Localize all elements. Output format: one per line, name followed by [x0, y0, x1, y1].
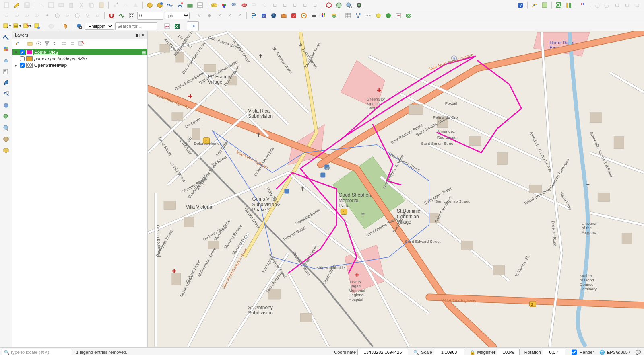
new-mesh-icon[interactable]: [47, 1, 56, 10]
digitize-tool-2-icon[interactable]: ▱: [12, 11, 21, 20]
dataplotly-icon[interactable]: [163, 22, 171, 31]
plugin-2-icon[interactable]: [540, 1, 549, 10]
add-vector-layer-icon[interactable]: [1, 33, 11, 43]
topo-1-icon[interactable]: ⋎: [195, 11, 204, 20]
snap-unit-select[interactable]: px: [165, 12, 190, 19]
new-geopackage-2-icon[interactable]: +: [1, 134, 11, 144]
analysis-icon[interactable]: [374, 11, 383, 20]
layer-osm-checkbox[interactable]: [20, 63, 25, 68]
add-group-icon[interactable]: +: [27, 40, 34, 47]
layer-route-ors-checkbox[interactable]: [20, 50, 25, 55]
network-icon[interactable]: [354, 11, 363, 20]
add-point-icon[interactable]: +: [111, 1, 120, 10]
binoculars-icon[interactable]: [310, 11, 318, 20]
plugin-orange-icon[interactable]: [299, 11, 308, 20]
topo-3-icon[interactable]: ✕: [215, 11, 224, 20]
digitize-tool-4-icon[interactable]: ▱: [33, 11, 41, 20]
geocoder-search-input[interactable]: [115, 22, 157, 30]
layers-close-icon[interactable]: ✕: [141, 33, 145, 38]
label-red-icon[interactable]: abc: [240, 1, 249, 10]
chevron-right-icon[interactable]: ▸: [14, 63, 18, 68]
label-tool-4-icon[interactable]: ◻: [280, 1, 289, 10]
layer-pampanga-buildings-checkbox[interactable]: [20, 56, 25, 61]
label-pin-icon[interactable]: abc: [230, 1, 239, 10]
label-rotate-icon[interactable]: [260, 1, 269, 10]
digitize-tool-3-icon[interactable]: ▱: [23, 11, 31, 20]
pen-curve-icon[interactable]: [175, 1, 184, 10]
topo-5-icon[interactable]: ↗: [235, 11, 244, 20]
virtual-layer-icon[interactable]: [196, 1, 204, 10]
pca-icon[interactable]: PCA: [364, 11, 373, 20]
copy-icon[interactable]: [87, 1, 96, 10]
nominatim-icon[interactable]: [75, 22, 84, 31]
chart-icon[interactable]: [394, 11, 403, 20]
pencil-icon[interactable]: [12, 1, 21, 10]
layers-tree[interactable]: ▾ Route_ORS ▤ pampanga_buildings_3857 ▸ …: [12, 48, 147, 347]
new-shapefile-icon[interactable]: [165, 1, 174, 10]
layers-undock-icon[interactable]: ◧: [136, 33, 140, 38]
label-tool-5-icon[interactable]: ◻: [290, 1, 299, 10]
expand-all-icon[interactable]: [60, 40, 68, 47]
paste-icon[interactable]: [97, 1, 106, 10]
select-invert-icon[interactable]: [33, 22, 41, 31]
add-xyz-layer-icon[interactable]: [1, 123, 11, 133]
add-wms-layer-icon[interactable]: +: [1, 112, 11, 121]
plugin-manager-icon[interactable]: [564, 1, 573, 10]
add-raster-layer-icon[interactable]: [1, 44, 11, 54]
messages-button[interactable]: 💬: [633, 349, 644, 355]
new-memory-layer-icon[interactable]: [186, 1, 194, 10]
tracing-icon[interactable]: [117, 11, 126, 20]
join-icon[interactable]: [404, 11, 413, 20]
python-icon[interactable]: [249, 11, 258, 20]
info-icon[interactable]: i: [384, 11, 393, 20]
ear-icon[interactable]: [61, 22, 70, 31]
coordinate-input[interactable]: [357, 349, 408, 355]
hexagon-icon[interactable]: [324, 1, 333, 10]
layer-stack-icon[interactable]: [330, 11, 339, 20]
edc-button[interactable]: EDC: [187, 21, 199, 31]
remove-layer-icon[interactable]: [77, 40, 85, 47]
render-checkbox[interactable]: [572, 349, 577, 355]
digitize-tool-8-icon[interactable]: ◯: [73, 11, 82, 20]
add-line-icon[interactable]: [121, 1, 130, 10]
new-vector-icon[interactable]: [37, 1, 45, 10]
new-geopackage-icon[interactable]: [145, 1, 154, 10]
layout-3-icon[interactable]: ▢: [633, 1, 642, 10]
pen-tool-icon[interactable]: [1, 78, 11, 88]
osm-download-icon[interactable]: [334, 1, 343, 10]
label-abc-icon[interactable]: abc: [210, 1, 219, 10]
toolbox-icon[interactable]: [279, 11, 288, 20]
digitize-tool-5-icon[interactable]: ✦: [43, 11, 52, 20]
add-virtual-layer-icon[interactable]: [1, 89, 11, 99]
select-yellow-icon[interactable]: ▾: [2, 22, 11, 31]
topo-2-icon[interactable]: ◆: [205, 11, 214, 20]
label-move-icon[interactable]: [250, 1, 259, 10]
processing-icon[interactable]: ⚙: [259, 11, 268, 20]
topo-4-icon[interactable]: ✕: [225, 11, 234, 20]
filter-legend-icon[interactable]: [43, 40, 51, 47]
magnifier-input[interactable]: [497, 349, 520, 355]
collapse-all-icon[interactable]: [69, 40, 76, 47]
label-color-icon[interactable]: [220, 1, 229, 10]
undo-icon[interactable]: [592, 1, 601, 10]
excel-icon[interactable]: X: [173, 22, 182, 31]
plugin-dot-icon[interactable]: [578, 1, 587, 10]
layout-icon[interactable]: ▢: [613, 1, 621, 10]
geopackage-2-icon[interactable]: [1, 146, 11, 155]
delete-icon[interactable]: [67, 1, 76, 10]
globe-search-icon[interactable]: [345, 1, 353, 10]
add-postgis-icon[interactable]: +: [1, 101, 11, 110]
scale-input[interactable]: [434, 349, 464, 355]
digitize-tool-9-icon[interactable]: ▽: [83, 11, 92, 20]
lock-icon[interactable]: 🔒: [469, 349, 476, 355]
search-icon-green[interactable]: [554, 1, 563, 10]
layout-2-icon[interactable]: ▢: [623, 1, 632, 10]
geocoder-country-select[interactable]: Philippines: [85, 23, 114, 30]
add-polygon-icon[interactable]: [131, 1, 140, 10]
geopackage-icon[interactable]: [155, 1, 164, 10]
digitize-tool-7-icon[interactable]: ▱: [63, 11, 72, 20]
mask-icon[interactable]: [47, 22, 56, 31]
rotation-input[interactable]: [543, 349, 565, 355]
label-tool-7-icon[interactable]: ◻: [310, 1, 319, 10]
digitize-tool-6-icon[interactable]: ◯: [53, 11, 62, 20]
